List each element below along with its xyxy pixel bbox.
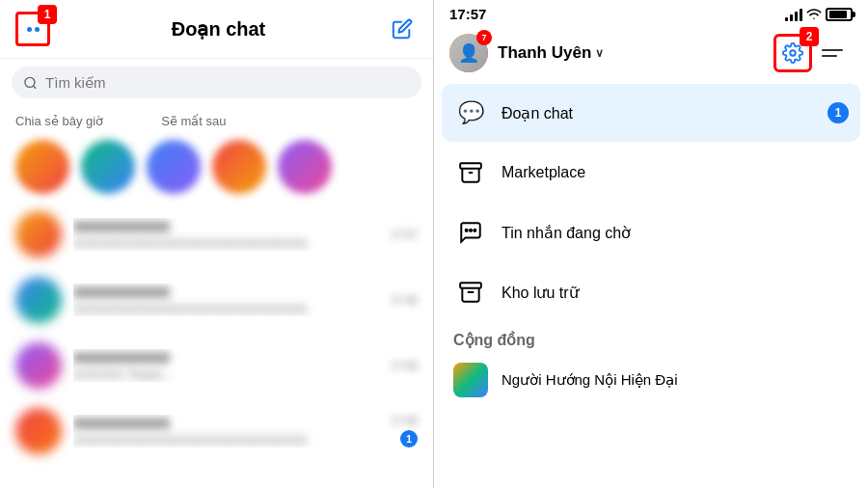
page-title: Đoạn chat [172, 17, 266, 41]
chat-avatar [15, 277, 62, 323]
status-time: 17:57 [449, 6, 486, 22]
chat-item[interactable]: XXXXXXXXXX XXXXXX Thành... 17:46 [0, 333, 433, 398]
chat-time: 17:46 [391, 415, 418, 426]
user-info: 👤 7 Thanh Uyên ∨ [449, 34, 604, 72]
story-circle-1[interactable] [15, 140, 69, 194]
chat-preview: XXXXXXXXXXXXXXXXXXXXXXXXXXXX [73, 236, 379, 251]
signal-icon [785, 8, 802, 21]
chat-info: XXXXXXXXXX XXXXXXXXXXXXXXXXXXXXXXXXXXXX [73, 218, 379, 251]
chat-avatar [15, 211, 62, 258]
nav-item-doan-chat[interactable]: 💬 Đoạn chat 1 [442, 84, 860, 142]
label-2-badge: 2 [800, 27, 819, 46]
story-row [0, 132, 433, 202]
nav-menu: 💬 Đoạn chat 1 Marketplace [434, 84, 868, 488]
chat-name: XXXXXXXXXX [73, 349, 379, 366]
svg-point-5 [470, 230, 472, 231]
community-item-label: Người Hướng Nội Hiện Đại [502, 371, 678, 389]
chat-preview: XXXXXX Thành... [73, 367, 379, 382]
avatar-container: 👤 7 [449, 34, 488, 72]
status-bar: 17:57 [434, 0, 868, 26]
svg-point-6 [466, 230, 468, 231]
chat-icon: 💬 [453, 95, 488, 130]
svg-point-7 [474, 230, 475, 231]
chat-time: 17:46 [391, 360, 418, 371]
community-avatar [453, 363, 488, 397]
wifi-icon [806, 8, 822, 21]
svg-line-1 [33, 85, 36, 88]
chat-name: XXXXXXXXXX [73, 284, 379, 300]
chat-avatar [15, 408, 62, 454]
section-community-label: Cộng đồng [442, 323, 860, 353]
svg-point-2 [790, 50, 796, 56]
svg-rect-8 [460, 283, 481, 287]
chat-time: 17:57 [391, 229, 418, 240]
archive-icon [453, 275, 488, 310]
search-bar[interactable] [12, 67, 421, 98]
search-input[interactable] [45, 74, 410, 91]
story-labels-row: Chia sẻ bây giờ Sẽ mất sau [0, 106, 433, 132]
chat-meta: 17:46 [391, 360, 418, 371]
chevron-down-icon: ∨ [595, 46, 604, 60]
story-label-expire: Sẽ mất sau [161, 114, 226, 128]
label-1-badge: 1 [38, 5, 57, 24]
community-item[interactable]: Người Hướng Nội Hiện Đại [442, 353, 860, 407]
nav-label-marketplace: Marketplace [502, 164, 849, 181]
story-circle-2[interactable] [81, 140, 135, 194]
chat-item[interactable]: XXXXXXXXXX XXXXXXXXXXXXXXXXXXXXXXXXXXXX … [0, 202, 433, 267]
chat-info: XXXXXXXXXX XXXXXXXXXXXXXXXXXXXXXXXXXXXX [73, 415, 379, 447]
chat-meta: 17:46 [391, 294, 418, 306]
doan-chat-badge: 1 [827, 102, 849, 123]
user-name: Thanh Uyên [498, 43, 591, 63]
chat-info: XXXXXXXXXX XXXXXX Thành... [73, 349, 379, 382]
chat-preview: XXXXXXXXXXXXXXXXXXXXXXXXXXXX [73, 302, 379, 316]
chat-name: XXXXXXXXXX [73, 218, 379, 234]
more-menu-button[interactable] [822, 38, 853, 68]
user-name-row[interactable]: Thanh Uyên ∨ [498, 43, 604, 63]
chat-preview: XXXXXXXXXXXXXXXXXXXXXXXXXXXX [73, 433, 379, 447]
chat-meta: 17:46 1 [391, 415, 418, 447]
nav-item-marketplace[interactable]: Marketplace [442, 144, 860, 202]
hamburger-menu-button[interactable]: 1 [15, 12, 50, 46]
chat-info: XXXXXXXXXX XXXXXXXXXXXXXXXXXXXXXXXXXXXX [73, 284, 379, 316]
story-label-share: Chia sẻ bây giờ [15, 114, 103, 128]
story-circle-5[interactable] [278, 140, 332, 194]
svg-rect-3 [460, 163, 481, 168]
nav-label-doan-chat: Đoạn chat [502, 104, 814, 122]
chat-name: XXXXXXXXXX [73, 415, 379, 431]
story-circle-3[interactable] [147, 140, 201, 194]
right-panel: 17:57 👤 [434, 0, 868, 488]
menu-icon [27, 27, 40, 32]
left-panel: 1 Đoạn chat Chia sẻ bây giờ Sẽ mất sau [0, 0, 434, 488]
nav-item-tin-nhan[interactable]: Tin nhắn đang chờ [442, 203, 860, 261]
story-circle-4[interactable] [212, 140, 266, 194]
avatar-badge: 7 [476, 30, 492, 45]
search-icon [23, 75, 38, 91]
nav-label-tin-nhan: Tin nhắn đang chờ [502, 224, 849, 242]
chat-item[interactable]: XXXXXXXXXX XXXXXXXXXXXXXXXXXXXXXXXXXXXX … [0, 267, 433, 333]
compose-button[interactable] [387, 14, 418, 44]
header-right-icons: 2 [773, 34, 853, 72]
user-header: 👤 7 Thanh Uyên ∨ 2 [434, 26, 868, 84]
svg-point-0 [25, 77, 35, 87]
chat-meta: 17:57 [391, 229, 418, 240]
chat-time: 17:46 [391, 294, 418, 306]
unread-badge: 1 [400, 430, 418, 447]
nav-label-kho-luu-tru: Kho lưu trữ [502, 284, 849, 302]
pending-message-icon [453, 215, 488, 250]
settings-button[interactable]: 2 [773, 34, 812, 72]
left-header: 1 Đoạn chat [0, 0, 433, 59]
status-icons [785, 8, 853, 21]
chat-list: XXXXXXXXXX XXXXXXXXXXXXXXXXXXXXXXXXXXXX … [0, 202, 433, 488]
marketplace-icon [453, 155, 488, 190]
nav-item-kho-luu-tru[interactable]: Kho lưu trữ [442, 263, 860, 321]
chat-item[interactable]: XXXXXXXXXX XXXXXXXXXXXXXXXXXXXXXXXXXXXX … [0, 398, 433, 464]
battery-icon [826, 8, 853, 21]
chat-avatar [15, 342, 62, 389]
gear-icon [782, 42, 803, 64]
